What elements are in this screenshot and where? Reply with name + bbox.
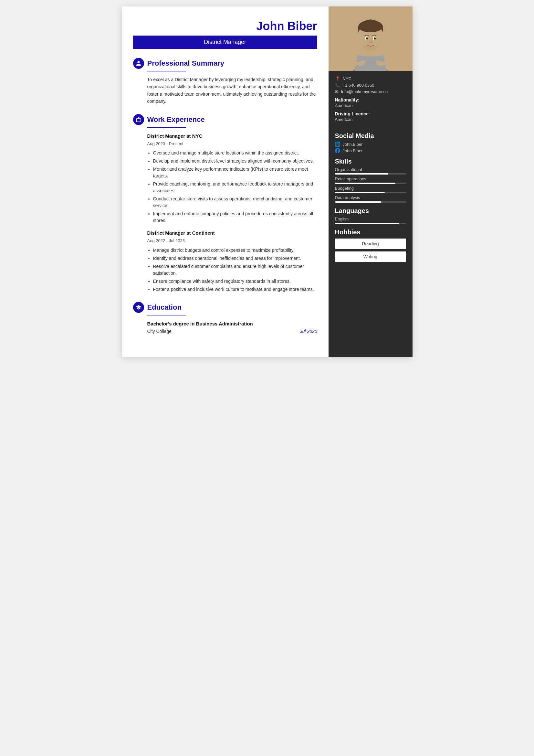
social-media-title: Social Media [335, 132, 406, 140]
skills-title: Skills [335, 158, 406, 165]
skill-bar-fill-0 [335, 173, 388, 175]
contact-email: ✉ Info@makemyresume.co [335, 89, 406, 94]
job-date-1: Aug 2023 - Present [147, 141, 317, 148]
nationality-label: Nationality: [335, 97, 406, 102]
edu-school-1: City Collage [147, 328, 171, 335]
skill-bar-fill-1 [335, 183, 395, 184]
skill-bar-bg-2 [335, 192, 406, 193]
skill-bar-bg-0 [335, 173, 406, 175]
bullet-item: Provide coaching, mentoring, and perform… [153, 181, 317, 194]
lang-bar-fill-0 [335, 223, 399, 224]
edu-date-1: Jul 2020 [300, 328, 317, 335]
linkedin-item: John.Biber [335, 142, 406, 147]
contact-phone: 📞 +1 646 980 6360 [335, 83, 406, 88]
job-title-1: District Manager at NYC [147, 132, 317, 140]
job-bullets-2: Manage district budgets and control expe… [147, 247, 317, 293]
professional-summary-section: Professional Summary To excel as a Distr… [133, 58, 317, 105]
work-icon [133, 114, 144, 125]
contact-location: 📍 NYC., [335, 76, 406, 81]
candidate-name: John Biber [133, 19, 317, 33]
left-column: John Biber District Manager Professional… [122, 7, 329, 357]
briefcase-icon [136, 117, 141, 122]
skill-label-1: Retail operations [335, 176, 406, 181]
right-column: 📍 NYC., 📞 +1 646 980 6360 ✉ Info@makemyr… [329, 7, 413, 357]
contact-section: 📍 NYC., 📞 +1 646 980 6360 ✉ Info@makemyr… [329, 71, 413, 128]
driving-label: Driving Licence: [335, 111, 406, 116]
skill-item-2: Budgeting [335, 186, 406, 193]
education-title: Education [147, 303, 182, 311]
skill-item-0: Organizational [335, 167, 406, 175]
skill-item-3: Data analysis [335, 195, 406, 202]
skill-label-3: Data analysis [335, 195, 406, 200]
bullet-item: Oversee and manage multiple store locati… [153, 149, 317, 156]
facebook-icon [335, 148, 340, 153]
hobbies-title: Hobbies [335, 229, 406, 236]
hobby-item-0: Reading [335, 238, 406, 249]
location-text: NYC., [343, 76, 354, 81]
skill-item-1: Retail operations [335, 176, 406, 184]
phone-text: +1 646 980 6360 [343, 83, 374, 88]
name-block: John Biber [133, 19, 317, 33]
bullet-item: Implement and enforce company policies a… [153, 210, 317, 224]
job-bullets-1: Oversee and manage multiple store locati… [147, 149, 317, 224]
hobby-item-1: Writing [335, 252, 406, 262]
driving-value: American [335, 117, 406, 122]
summary-divider [147, 71, 186, 71]
education-header: Education [133, 302, 317, 313]
graduation-icon [136, 305, 141, 310]
education-section: Education Bachelor's degree in Business … [133, 302, 317, 335]
edu-degree-1: Bachelor's degree in Business Administra… [147, 320, 317, 328]
photo-placeholder [329, 7, 413, 71]
facebook-text: John.Biber [343, 148, 363, 153]
email-icon: ✉ [335, 89, 339, 94]
candidate-title: District Manager [204, 39, 246, 45]
job-date-2: Aug 2022 - Jul 2023 [147, 237, 317, 244]
linkedin-text: John.Biber [343, 142, 363, 147]
languages-title: Languages [335, 207, 406, 215]
profile-photo-svg [329, 7, 413, 71]
work-content: District Manager at NYC Aug 2023 - Prese… [147, 132, 317, 293]
lang-item-0: English [335, 217, 406, 224]
person-icon [136, 61, 141, 66]
bullet-item: Foster a positive and inclusive work cul… [153, 286, 317, 293]
location-icon: 📍 [335, 76, 340, 81]
svg-point-8 [374, 38, 376, 40]
skill-bar-fill-3 [335, 202, 381, 202]
photo-container [329, 7, 413, 71]
lang-bar-bg-0 [335, 223, 406, 224]
title-bar: District Manager [133, 36, 317, 49]
summary-content: To excel as a District Manager by levera… [147, 76, 317, 105]
svg-point-7 [366, 38, 368, 40]
education-divider [147, 315, 186, 315]
nationality-value: American [335, 103, 406, 108]
linkedin-icon [335, 142, 340, 147]
work-header: Work Experience [133, 114, 317, 125]
skill-bar-fill-2 [335, 192, 385, 193]
phone-icon: 📞 [335, 83, 340, 88]
resume-container: John Biber District Manager Professional… [122, 7, 413, 357]
work-title: Work Experience [147, 115, 205, 124]
skill-label-0: Organizational [335, 167, 406, 172]
summary-title: Professional Summary [147, 59, 224, 68]
summary-text: To excel as a District Manager by levera… [147, 76, 317, 105]
job-title-2: District Manager at Continent [147, 229, 317, 237]
education-content: Bachelor's degree in Business Administra… [147, 320, 317, 335]
bullet-item: Ensure compliance with safety and regula… [153, 278, 317, 285]
lang-label-0: English [335, 217, 406, 221]
bullet-item: Develop and implement district-level str… [153, 158, 317, 165]
work-divider [147, 127, 186, 128]
bullet-item: Conduct regular store visits to assess o… [153, 196, 317, 209]
work-experience-section: Work Experience District Manager at NYC … [133, 114, 317, 293]
skill-bar-bg-3 [335, 202, 406, 202]
bullet-item: Resolve escalated customer complaints an… [153, 263, 317, 277]
skill-bar-bg-1 [335, 183, 406, 184]
bullet-item: Monitor and analyze key performance indi… [153, 166, 317, 179]
bullet-item: Manage district budgets and control expe… [153, 247, 317, 254]
education-icon [133, 302, 144, 313]
facebook-item: John.Biber [335, 148, 406, 153]
summary-icon [133, 58, 144, 69]
edu-school-row: City Collage Jul 2020 [147, 328, 317, 335]
email-text: Info@makemyresume.co [341, 89, 388, 94]
summary-header: Professional Summary [133, 58, 317, 69]
bullet-item: Identify and address operational ineffic… [153, 255, 317, 262]
